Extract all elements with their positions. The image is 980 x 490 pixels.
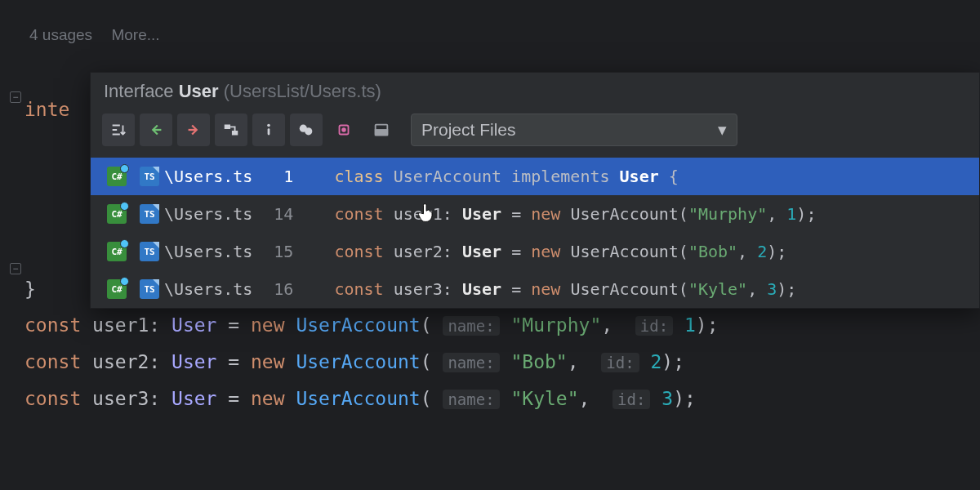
- popup-title-location: (UsersList/Users.ts): [224, 81, 381, 101]
- code-snippet: const user2: User = new UserAccount("Bob…: [334, 242, 786, 261]
- file-label: \Users.ts: [164, 242, 252, 261]
- code-snippet: const user1: User = new UserAccount("Mur…: [334, 204, 816, 224]
- result-row[interactable]: \Users.ts 16 const user3: User = new Use…: [91, 270, 979, 308]
- popup-title: Interface User (UsersList/Users.ts): [91, 73, 979, 105]
- ts-file-icon: [140, 167, 159, 186]
- popup-toolbar: Project Files ▾: [91, 105, 979, 158]
- result-row[interactable]: \Users.ts 14 const user1: User = new Use…: [91, 195, 979, 233]
- group-by-icon[interactable]: [215, 114, 247, 146]
- closing-brace: }: [24, 278, 36, 300]
- code-snippet: class UserAccount implements User {: [334, 167, 678, 186]
- next-occurrence-icon[interactable]: [177, 114, 210, 146]
- line-number: 14: [265, 204, 293, 224]
- find-usages-popup: Interface User (UsersList/Users.ts) Proj…: [90, 72, 980, 309]
- csharp-project-icon: [107, 242, 127, 261]
- ts-file-icon: [140, 242, 159, 261]
- open-in-toolwindow-icon[interactable]: [365, 114, 398, 146]
- line-number: 15: [265, 242, 293, 261]
- fold-marker-icon[interactable]: −: [10, 263, 21, 274]
- svg-point-3: [305, 127, 312, 135]
- file-label: \Users.ts: [164, 167, 252, 186]
- settings-toggle-icon[interactable]: [102, 114, 135, 146]
- scope-dropdown[interactable]: Project Files ▾: [411, 114, 737, 146]
- results-list: \Users.ts 1 class UserAccount implements…: [91, 158, 979, 308]
- code-snippet: const user3: User = new UserAccount("Kyl…: [334, 279, 796, 299]
- result-row[interactable]: \Users.ts 1 class UserAccount implements…: [91, 158, 979, 195]
- csharp-project-icon: [107, 167, 127, 186]
- popup-title-prefix: Interface: [104, 81, 179, 101]
- file-label: \Users.ts: [164, 204, 252, 224]
- svg-rect-1: [268, 128, 270, 135]
- ts-file-icon: [140, 204, 159, 224]
- filter-icon[interactable]: [290, 114, 323, 146]
- svg-point-5: [342, 128, 345, 131]
- ts-file-icon: [140, 279, 159, 299]
- result-row[interactable]: \Users.ts 15 const user2: User = new Use…: [91, 233, 979, 270]
- line-number: 1: [265, 167, 293, 186]
- pin-icon[interactable]: [327, 114, 360, 146]
- popup-title-name: User: [179, 81, 219, 101]
- fold-marker-icon[interactable]: −: [10, 91, 21, 103]
- file-label: \Users.ts: [164, 279, 252, 299]
- more-hint[interactable]: More...: [111, 26, 159, 43]
- keyword-interface: inte: [24, 99, 69, 120]
- line-number: 16: [265, 279, 293, 299]
- csharp-project-icon: [107, 279, 127, 299]
- svg-rect-7: [376, 130, 388, 135]
- info-icon[interactable]: [252, 114, 285, 146]
- inlay-hints: 4 usages More...: [29, 26, 980, 44]
- usages-hint[interactable]: 4 usages: [29, 26, 92, 43]
- svg-point-0: [267, 124, 270, 127]
- prev-occurrence-icon[interactable]: [140, 114, 172, 146]
- csharp-project-icon: [107, 204, 127, 224]
- scope-label: Project Files: [421, 120, 516, 140]
- chevron-down-icon: ▾: [718, 120, 727, 140]
